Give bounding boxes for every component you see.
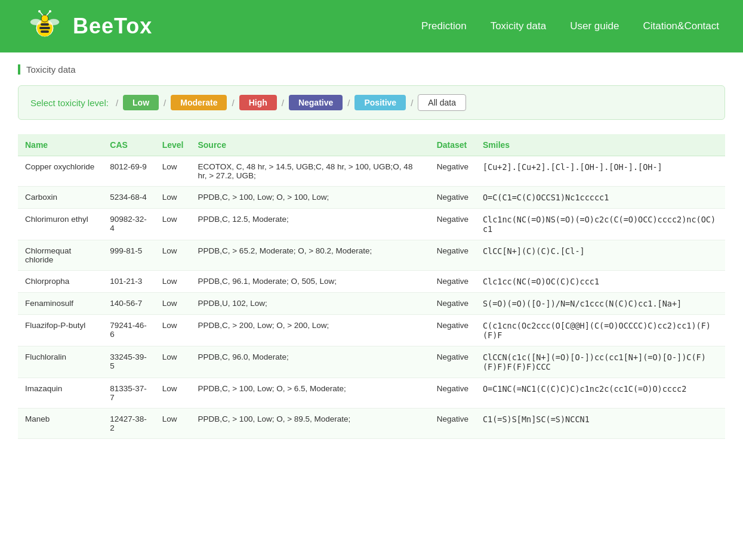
cell-name: Fluazifop-P-butyl <box>18 315 103 346</box>
cell-source: PPDB,C, 96.1, Moderate; O, 505, Low; <box>190 271 429 293</box>
toxicity-table: Name CAS Level Source Dataset Smiles Cop… <box>18 134 725 439</box>
filter-sep-0: / <box>116 98 118 108</box>
nav-links: Prediction Toxicity data User guide Cita… <box>421 20 719 32</box>
col-header-source: Source <box>190 134 429 156</box>
cell-dataset: Negative <box>430 409 476 439</box>
cell-name: Maneb <box>18 409 103 439</box>
table-row: Chlorimuron ethyl90982-32-4LowPPDB,C, 12… <box>18 209 725 240</box>
cell-source: PPDB,C, > 100, Low; O, > 100, Low; <box>190 187 429 209</box>
cell-name: Imazaquin <box>18 378 103 409</box>
cell-dataset: Negative <box>430 378 476 409</box>
btn-positive[interactable]: Positive <box>354 95 406 110</box>
cell-dataset: Negative <box>430 156 476 187</box>
cell-level: Low <box>155 209 191 240</box>
svg-point-11 <box>49 10 51 13</box>
btn-high[interactable]: High <box>239 95 277 110</box>
cell-cas: 101-21-3 <box>103 271 155 293</box>
cell-smiles: Clc1cc(NC(=O)OC(C)C)ccc1 <box>476 271 725 293</box>
cell-smiles: Clc1nc(NC(=O)NS(=O)(=O)c2c(C(=O)OCC)cccc… <box>476 209 725 240</box>
btn-low[interactable]: Low <box>123 95 159 110</box>
cell-cas: 999-81-5 <box>103 240 155 271</box>
page-title-bar: Toxicity data <box>18 64 725 75</box>
cell-source: PPDB,C, > 65.2, Moderate; O, > 80.2, Mod… <box>190 240 429 271</box>
svg-point-9 <box>38 10 41 13</box>
cell-smiles: O=C1NC(=NC1(C(C)C)C)c1nc2c(cc1C(=O)O)ccc… <box>476 378 725 409</box>
cell-cas: 140-56-7 <box>103 293 155 315</box>
cell-name: Copper oxychloride <box>18 156 103 187</box>
table-row: Carboxin5234-68-4LowPPDB,C, > 100, Low; … <box>18 187 725 209</box>
table-row: Fluazifop-P-butyl79241-46-6LowPPDB,C, > … <box>18 315 725 346</box>
cell-dataset: Negative <box>430 293 476 315</box>
logo-icon <box>24 5 66 47</box>
table-body: Copper oxychloride8012-69-9LowECOTOX, C,… <box>18 156 725 439</box>
btn-negative[interactable]: Negative <box>289 95 343 110</box>
site-header: BeeTox Prediction Toxicity data User gui… <box>0 0 743 52</box>
svg-rect-2 <box>41 23 49 26</box>
nav-item-citation[interactable]: Citation&Contact <box>643 20 719 32</box>
main-nav: Prediction Toxicity data User guide Cita… <box>421 20 719 32</box>
btn-moderate[interactable]: Moderate <box>171 95 227 110</box>
cell-smiles: C(c1cnc(Oc2ccc(O[C@@H](C(=O)OCCCC)C)cc2)… <box>476 315 725 346</box>
cell-cas: 5234-68-4 <box>103 187 155 209</box>
cell-level: Low <box>155 156 191 187</box>
table-row: Chlorpropha101-21-3LowPPDB,C, 96.1, Mode… <box>18 271 725 293</box>
col-header-level: Level <box>155 134 191 156</box>
nav-link-citation[interactable]: Citation&Contact <box>643 20 719 32</box>
cell-smiles: C1(=S)S[Mn]SC(=S)NCCN1 <box>476 409 725 439</box>
cell-smiles: ClCC[N+](C)(C)C.[Cl-] <box>476 240 725 271</box>
nav-item-prediction[interactable]: Prediction <box>421 20 467 32</box>
filter-sep-5: / <box>411 98 413 108</box>
cell-name: Chlorpropha <box>18 271 103 293</box>
col-header-smiles: Smiles <box>476 134 725 156</box>
cell-cas: 33245-39-5 <box>103 346 155 378</box>
cell-source: PPDB,C, > 200, Low; O, > 200, Low; <box>190 315 429 346</box>
nav-link-toxicity-data[interactable]: Toxicity data <box>491 20 547 32</box>
table-row: Copper oxychloride8012-69-9LowECOTOX, C,… <box>18 156 725 187</box>
svg-point-6 <box>48 19 59 25</box>
filter-sep-1: / <box>164 98 166 108</box>
table-row: Chlormequat chloride999-81-5LowPPDB,C, >… <box>18 240 725 271</box>
col-header-name: Name <box>18 134 103 156</box>
cell-smiles: S(=O)(=O)([O-])/N=N/c1ccc(N(C)C)cc1.[Na+… <box>476 293 725 315</box>
logo-area: BeeTox <box>24 5 152 47</box>
table-row: Maneb12427-38-2LowPPDB,C, > 100, Low; O,… <box>18 409 725 439</box>
svg-rect-4 <box>41 30 49 33</box>
svg-rect-3 <box>39 27 50 29</box>
cell-level: Low <box>155 378 191 409</box>
cell-dataset: Negative <box>430 240 476 271</box>
cell-source: PPDB,C, 12.5, Moderate; <box>190 209 429 240</box>
nav-link-prediction[interactable]: Prediction <box>421 20 467 32</box>
cell-source: PPDB,C, > 100, Low; O, > 6.5, Moderate; <box>190 378 429 409</box>
cell-source: ECOTOX, C, 48 hr, > 14.5, UGB;C, 48 hr, … <box>190 156 429 187</box>
cell-source: PPDB,C, 96.0, Moderate; <box>190 346 429 378</box>
page-content: Toxicity data Select toxicity level: / L… <box>0 52 743 451</box>
cell-name: Chlorimuron ethyl <box>18 209 103 240</box>
table-header-row: Name CAS Level Source Dataset Smiles <box>18 134 725 156</box>
cell-smiles: [Cu+2].[Cu+2].[Cl-].[OH-].[OH-].[OH-] <box>476 156 725 187</box>
cell-smiles: O=C(C1=C(C)OCCS1)Nc1ccccc1 <box>476 187 725 209</box>
logo-text: BeeTox <box>73 14 152 39</box>
cell-cas: 90982-32-4 <box>103 209 155 240</box>
cell-cas: 12427-38-2 <box>103 409 155 439</box>
cell-cas: 79241-46-6 <box>103 315 155 346</box>
nav-item-user-guide[interactable]: User guide <box>570 20 619 32</box>
nav-link-user-guide[interactable]: User guide <box>570 20 619 32</box>
cell-level: Low <box>155 271 191 293</box>
cell-dataset: Negative <box>430 315 476 346</box>
cell-level: Low <box>155 315 191 346</box>
filter-sep-3: / <box>282 98 284 108</box>
cell-cas: 8012-69-9 <box>103 156 155 187</box>
cell-name: Fluchloralin <box>18 346 103 378</box>
cell-dataset: Negative <box>430 209 476 240</box>
btn-all-data[interactable]: All data <box>418 94 466 111</box>
cell-name: Carboxin <box>18 187 103 209</box>
col-header-dataset: Dataset <box>430 134 476 156</box>
filter-section: Select toxicity level: / Low / Moderate … <box>18 85 725 120</box>
cell-cas: 81335-37-7 <box>103 378 155 409</box>
nav-item-toxicity-data[interactable]: Toxicity data <box>491 20 547 32</box>
svg-point-7 <box>41 15 48 22</box>
cell-name: Fenaminosulf <box>18 293 103 315</box>
cell-level: Low <box>155 240 191 271</box>
cell-level: Low <box>155 293 191 315</box>
cell-name: Chlormequat chloride <box>18 240 103 271</box>
